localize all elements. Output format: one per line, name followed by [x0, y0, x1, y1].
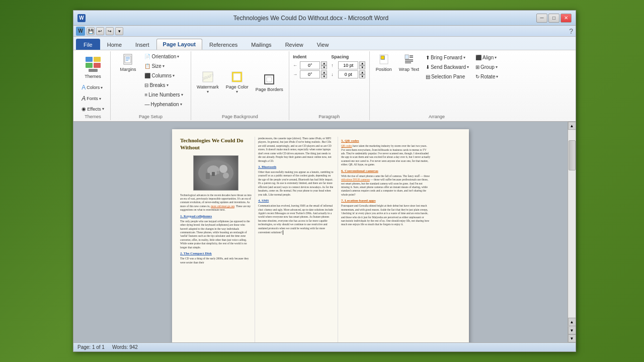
theme-colors-button[interactable]: A Colors ▾	[79, 82, 106, 93]
indent-right-label: →	[293, 72, 299, 77]
indent-right-down[interactable]: ▼	[321, 74, 327, 78]
undo-button[interactable]: ↩	[96, 27, 104, 35]
send-backward-button[interactable]: ⬇ Send Backward ▾	[423, 63, 471, 71]
scroll-up-button[interactable]: ▲	[568, 122, 576, 130]
margins-button[interactable]: Margins	[116, 52, 140, 73]
svg-rect-16	[233, 73, 240, 80]
word-logo-button[interactable]: W	[76, 27, 85, 36]
indent-right-input[interactable]	[300, 70, 320, 78]
document-page: Technologies We Could Do Without	[172, 129, 469, 342]
spacing-after-input[interactable]	[338, 70, 358, 78]
page-background-group-content: DRAFT Watermark ▾ Page C	[194, 52, 286, 113]
section4-text: Communication has evolved, leaving SMS a…	[258, 204, 335, 235]
section6-text: With the rise of smart phones came the f…	[341, 174, 431, 197]
themes-button[interactable]: Themes	[80, 52, 106, 81]
selection-pane-button[interactable]: ▤ Selection Pane	[423, 72, 471, 81]
customize-qat-button[interactable]: ▾	[115, 27, 123, 35]
scroll-page-down[interactable]: ▼	[568, 326, 576, 334]
theme-effects-button[interactable]: ◉ Effects ▾	[79, 105, 106, 113]
watermark-button[interactable]: DRAFT Watermark ▾	[194, 70, 221, 96]
page-color-label: Page Color	[226, 84, 249, 89]
svg-rect-4	[89, 69, 98, 72]
tab-review[interactable]: Review	[279, 39, 310, 50]
indent-right-up[interactable]: ▲	[321, 70, 327, 74]
align-button[interactable]: ⬛ Align ▾	[473, 53, 501, 62]
indent-left-input[interactable]	[300, 61, 320, 69]
breaks-button[interactable]: ⊟ Breaks ▾	[142, 81, 185, 89]
spacing-after-down[interactable]: ▼	[359, 74, 365, 78]
group-label: Group	[480, 64, 495, 70]
indent-left-spinners: ▲ ▼	[321, 61, 327, 69]
ribbon-content: Themes A Colors ▾ A Fonts ▾ ◉	[73, 50, 576, 121]
section3-title: 3. Bluetooth	[258, 165, 335, 169]
status-bar: Page: 1 of 1 Words: 942	[73, 342, 576, 351]
rotate-button[interactable]: ↻ Rotate ▾	[473, 72, 501, 81]
size-label: Size	[151, 63, 161, 69]
hyphenation-button[interactable]: — Hyphenation ▾	[142, 100, 185, 109]
spacing-after-spinners: ▲ ▼	[359, 70, 365, 78]
size-button[interactable]: 📋 Size ▾	[142, 62, 185, 70]
scroll-down-button[interactable]: ▼	[568, 334, 576, 342]
line-numbers-button[interactable]: ≡ Line Numbers ▾	[142, 90, 185, 99]
spacing-before-row: ↑ ▲ ▼	[331, 61, 365, 69]
orientation-button[interactable]: 📄 Orientation ▾	[142, 52, 185, 61]
tab-home[interactable]: Home	[101, 39, 128, 50]
section2-start: The CD was a thing of the early 2000s, a…	[180, 257, 252, 264]
minimize-button[interactable]: ─	[536, 14, 547, 23]
scrollbar-thumb[interactable]	[569, 140, 576, 170]
tab-insert[interactable]: Insert	[129, 39, 156, 50]
window-title: Technologies We Could Do Without.docx - …	[86, 15, 536, 22]
redo-button[interactable]: ↪	[106, 27, 114, 35]
document-image	[193, 155, 238, 191]
vertical-scrollbar: ▲ ▲ ▼ ▼	[568, 122, 576, 342]
scroll-page-up[interactable]: ▲	[568, 318, 576, 326]
indent-left-up[interactable]: ▲	[321, 61, 327, 65]
theme-fonts-button[interactable]: A Fonts ▾	[79, 94, 106, 104]
margins-label: Margins	[120, 67, 136, 72]
ribbon-group-themes: Themes A Colors ▾ A Fonts ▾ ◉	[75, 51, 111, 120]
tab-file[interactable]: File	[76, 39, 100, 50]
tab-view[interactable]: View	[310, 39, 336, 50]
bring-forward-button[interactable]: ⬆ Bring Forward ▾	[423, 53, 471, 62]
group-button[interactable]: ⊞ Group ▾	[473, 63, 501, 71]
position-button[interactable]: Position	[373, 52, 395, 73]
spacing-before-input[interactable]	[338, 61, 358, 69]
help-icon[interactable]: ?	[569, 27, 573, 35]
dslr-link: ridiculous DSLR cameras	[341, 178, 370, 181]
document-scroll[interactable]: Technologies We Could Do Without	[73, 122, 568, 342]
columns-button[interactable]: ⬛ Columns ▾	[142, 71, 185, 80]
svg-point-33	[219, 165, 227, 173]
indent-left-down[interactable]: ▼	[321, 65, 327, 69]
spacing-before-up[interactable]: ▲	[359, 61, 365, 65]
hyphenation-label: Hyphenation	[150, 102, 179, 107]
spacing-after-up[interactable]: ▲	[359, 70, 365, 74]
tab-page-layout[interactable]: Page Layout	[156, 39, 202, 50]
maximize-button[interactable]: □	[548, 14, 559, 23]
page-color-button[interactable]: Page Color ▾	[223, 70, 251, 96]
spacing-after-label: ↓	[331, 72, 337, 77]
tab-references[interactable]: References	[203, 39, 244, 50]
ribbon-group-paragraph: Indent ← ▲ ▼ →	[289, 51, 370, 120]
ribbon: File Home Insert Page Layout References …	[73, 37, 576, 122]
svg-rect-17	[265, 75, 274, 84]
close-button[interactable]: ✕	[560, 14, 572, 23]
spacing-before-spinners: ▲ ▼	[359, 61, 365, 69]
page-background-group-label: Page Background	[222, 113, 258, 119]
spacing-before-down[interactable]: ▼	[359, 65, 365, 69]
bring-forward-label: Bring Forward	[431, 55, 462, 60]
scrollbar-track[interactable]	[569, 130, 576, 317]
wrap-text-button[interactable]: Wrap Text	[396, 52, 422, 73]
paragraph-group-content: Indent ← ▲ ▼ →	[293, 52, 365, 113]
tab-mailings[interactable]: Mailings	[245, 39, 278, 50]
page-borders-button[interactable]: Page Borders	[253, 72, 286, 94]
document-area: Technologies We Could Do Without	[73, 122, 576, 342]
paragraph-group-label: Paragraph	[318, 113, 340, 119]
page-borders-icon	[264, 74, 275, 86]
svg-rect-31	[212, 172, 215, 176]
indent-right-spinners: ▲ ▼	[321, 70, 327, 78]
ribbon-group-page-background: DRAFT Watermark ▾ Page C	[191, 51, 289, 120]
qr-codes-link: QR codes	[341, 144, 352, 147]
save-button[interactable]: 💾	[87, 27, 95, 35]
svg-rect-0	[86, 57, 93, 62]
title-bar: W Technologies We Could Do Without.docx …	[73, 11, 576, 26]
